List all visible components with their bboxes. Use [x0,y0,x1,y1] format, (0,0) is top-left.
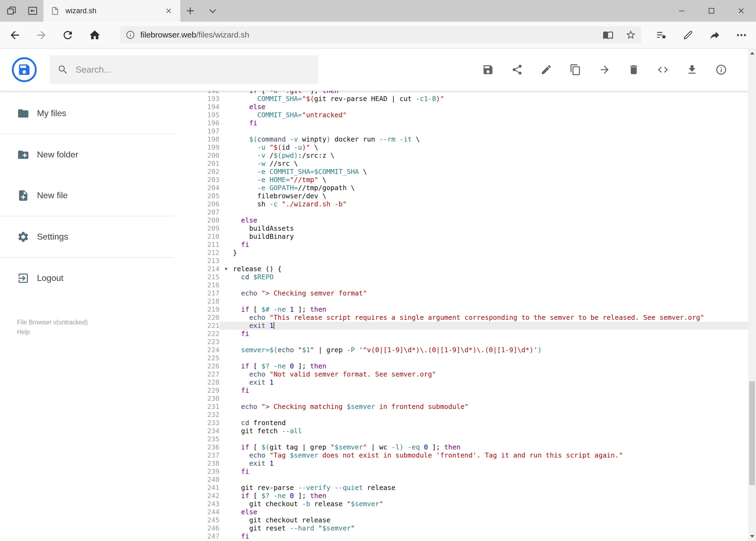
fold-marker-icon[interactable]: ▾ [224,265,228,273]
search-box[interactable] [50,55,318,84]
code-line-247[interactable]: 247 fi [174,532,748,540]
code-line-202[interactable]: 202 -e COMMIT_SHA=$COMMIT_SHA \ [174,168,748,176]
code-line-207[interactable]: 207 [174,208,748,216]
code-line-218[interactable]: 218 [174,297,748,305]
code-line-216[interactable]: 216 [174,281,748,289]
scrollbar-track[interactable] [748,49,756,541]
code-line-219[interactable]: 219 if [ $# -ne 1 ]; then [174,305,748,313]
code-line-204[interactable]: 204 -e GOPATH=//tmp/gopath \ [174,184,748,192]
code-line-235[interactable]: 235 [174,435,748,443]
code-line-199[interactable]: 199 -u "$(id -u)" \ [174,144,748,152]
sidebar-item-new-file[interactable]: New file [0,175,174,216]
code-line-232[interactable]: 232 [174,411,748,419]
code-line-193[interactable]: 193 COMMIT_SHA="$(git rev-parse HEAD | c… [174,95,748,103]
close-window-button[interactable] [726,0,756,22]
code-line-240[interactable]: 240 [174,476,748,484]
copy-button[interactable] [570,64,581,76]
help-link[interactable]: Help [17,327,88,337]
code-line-205[interactable]: 205 filebrowser/dev \ [174,192,748,200]
code-line-195[interactable]: 195 COMMIT_SHA="untracked" [174,111,748,119]
code-line-211[interactable]: 211 fi [174,241,748,249]
code-line-237[interactable]: 237 echo "Tag $semver does not exist in … [174,451,748,459]
code-line-245[interactable]: 245 git checkout release [174,516,748,524]
code-line-203[interactable]: 203 -e HOME="//tmp" \ [174,176,748,184]
scroll-down-arrow-icon[interactable] [748,532,756,540]
code-line-206[interactable]: 206 sh -c "./wizard.sh -b" [174,200,748,208]
code-line-230[interactable]: 230 [174,395,748,403]
web-note-pen-icon[interactable] [682,29,694,41]
code-line-227[interactable]: 227 echo "Not valid semver format. See s… [174,370,748,378]
code-line-243[interactable]: 243 git checkout -b release "$semver" [174,500,748,508]
code-line-224[interactable]: 224 semver=$(echo "$1" | grep -P '^v(0|[… [174,346,748,354]
code-line-194[interactable]: 194 else [174,103,748,111]
code-line-198[interactable]: 198 $(command -v winpty) docker run --rm… [174,135,748,144]
code-line-229[interactable]: 229 fi [174,386,748,395]
maximize-button[interactable] [697,0,726,22]
sidebar-item-settings[interactable]: Settings [0,216,174,257]
code-line-200[interactable]: 200 -v /$(pwd):/src:z \ [174,152,748,160]
code-line-196[interactable]: 196 fi [174,119,748,127]
search-input[interactable] [76,65,311,75]
code-line-228[interactable]: 228 exit 1 [174,378,748,386]
reading-view-icon[interactable] [603,29,614,40]
address-bar[interactable]: filebrowser.web/files/wizard.sh [121,26,641,44]
scroll-up-arrow-icon[interactable] [748,49,756,57]
code-line-212[interactable]: 212} [174,249,748,257]
refresh-button[interactable] [58,22,78,48]
code-line-197[interactable]: 197 [174,127,748,135]
share-icon[interactable] [709,29,721,41]
code-line-222[interactable]: 222 fi [174,330,748,338]
code-line-226[interactable]: 226 if [ $? -ne 0 ]; then [174,362,748,370]
more-options-icon[interactable] [735,29,747,41]
page-info-icon[interactable] [125,30,135,40]
sidebar-item-new-folder[interactable]: New folder [0,134,174,175]
code-line-233[interactable]: 233 cd frontend [174,419,748,427]
home-button[interactable] [85,22,105,48]
code-line-214[interactable]: 214▾release () { [174,265,748,273]
browser-tab[interactable]: wizard.sh [44,0,180,22]
save-button[interactable] [482,64,494,76]
code-editor[interactable]: 192 if [ -d ".git" ]; then193 COMMIT_SHA… [174,91,748,541]
tab-list-chevron-icon[interactable] [207,5,219,17]
code-line-236[interactable]: 236 if [ $(git tag | grep "$semver" | wc… [174,443,748,451]
code-line-208[interactable]: 208 else [174,216,748,225]
delete-button[interactable] [628,64,640,76]
download-button[interactable] [686,64,698,76]
code-line-223[interactable]: 223 [174,338,748,346]
minimize-button[interactable] [667,0,697,22]
info-button[interactable] [715,64,727,76]
code-line-242[interactable]: 242 if [ $? -ne 0 ]; then [174,492,748,500]
back-button[interactable] [5,22,25,48]
move-button[interactable] [599,64,611,76]
code-line-217[interactable]: 217 echo "> Checking semver format" [174,289,748,297]
filebrowser-logo-icon[interactable] [11,57,37,83]
new-tab-button[interactable] [184,5,196,17]
rename-button[interactable] [540,64,552,76]
code-line-239[interactable]: 239 fi [174,467,748,476]
code-line-234[interactable]: 234 git fetch --all [174,427,748,435]
forward-button[interactable] [32,22,51,48]
code-line-209[interactable]: 209 buildAssets [174,225,748,233]
code-line-238[interactable]: 238 exit 1 [174,459,748,467]
code-line-220[interactable]: 220 echo "This release script requires a… [174,313,748,322]
close-tab-icon[interactable] [164,6,173,15]
raw-view-button[interactable] [657,64,669,76]
code-line-221[interactable]: 221 exit 1 [174,322,748,330]
set-tabs-aside-icon[interactable] [27,5,38,16]
favorite-star-icon[interactable] [626,29,636,40]
code-line-210[interactable]: 210 buildBinary [174,233,748,241]
code-line-213[interactable]: 213 [174,257,748,265]
code-line-192[interactable]: 192 if [ -d ".git" ]; then [174,91,748,95]
hub-favorites-icon[interactable] [655,29,667,41]
code-line-244[interactable]: 244 else [174,508,748,516]
code-line-225[interactable]: 225 [174,354,748,362]
code-line-246[interactable]: 246 git reset --hard "$semver" [174,524,748,532]
code-line-215[interactable]: 215 cd $REPO [174,273,748,281]
tabs-preview-icon[interactable] [6,5,17,16]
sidebar-item-my-files[interactable]: My files [0,93,174,134]
code-line-241[interactable]: 241 git rev-parse --verify --quiet relea… [174,484,748,492]
code-line-201[interactable]: 201 -w //src \ [174,160,748,168]
sidebar-item-logout[interactable]: Logout [0,258,174,298]
code-line-231[interactable]: 231 echo "> Checking matching $semver in… [174,403,748,411]
share-button[interactable] [511,64,523,76]
